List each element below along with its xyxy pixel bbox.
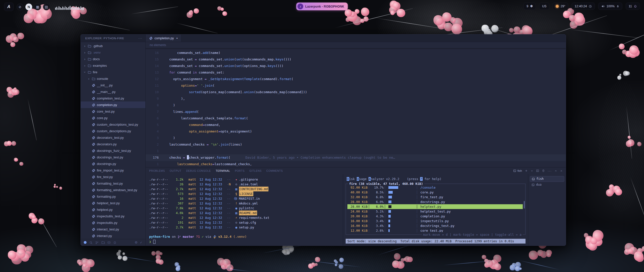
bell-icon	[634, 4, 637, 8]
panel-tab-problems[interactable]: PROBLEMS	[149, 169, 165, 172]
notes-icon[interactable]: ▤	[43, 4, 50, 10]
tree-item-label: docstrings_test.py	[97, 155, 123, 159]
tree-item-init-py[interactable]: __init__.py	[81, 82, 145, 88]
tree-item-docs[interactable]: ›docs	[81, 56, 145, 62]
media-player-pill[interactable]: ♪ Lazerpunk - ROBOPHONK	[296, 3, 348, 10]
dua-row-fire-test-py[interactable]: 32.00 KiB│6.8%││ fire_test.py	[347, 195, 523, 199]
topbar-right-group: 9 ✽ US 29° 12:40:24 100% 11	[524, 3, 640, 10]
keyboard-layout-pill[interactable]: US	[539, 3, 549, 10]
tree-item-custom-descriptions-test-py[interactable]: custom_descriptions_test.py	[81, 121, 145, 128]
tree-item-custom-descriptions-py[interactable]: custom_descriptions.py	[81, 128, 145, 134]
trash-icon[interactable]	[542, 169, 545, 172]
dua-row-helptext-py[interactable]: 28.00 KiB│6.0%││ helptext.py	[347, 204, 523, 209]
dua-row-core-py[interactable]: 40.00 KiB│8.5%││ core.py	[347, 190, 523, 195]
dua-row-docstrings-py[interactable]: 28.00 KiB│6.0%││ docstrings.py	[347, 199, 523, 204]
tree-item-inspectutils-py[interactable]: inspectutils.py	[81, 219, 145, 226]
line-number: 16	[146, 50, 165, 56]
tree-item-docstrings-fuzz-test-py[interactable]: docstrings_fuzz_test.py	[81, 147, 145, 154]
terminal-session-fish[interactable]: fish	[530, 176, 564, 182]
split-icon[interactable]	[536, 169, 539, 172]
chevron-down-icon[interactable]	[531, 169, 533, 172]
braces-icon[interactable]: { }	[108, 241, 110, 244]
volume-pill[interactable]: 100%	[598, 3, 622, 10]
tree-item-main-py[interactable]: __main__.py	[81, 88, 145, 95]
dua-row-inspectutils-py[interactable]: 16.00 KiB│3.4%││ inspectutils.py	[347, 219, 523, 223]
tree-item-formatting-py[interactable]: formatting.py	[81, 193, 145, 200]
notifications-pill[interactable]: 11	[626, 3, 640, 10]
power-slash-icon[interactable]: ⊘	[17, 4, 23, 10]
terminal-pane-dua[interactable]: Disk Usage Analyzer v2.29.2 (press ? for…	[343, 174, 528, 246]
panel-tab-gitlens[interactable]: GITLENS	[249, 169, 262, 172]
tab-completion-py[interactable]: completion.py ●	[146, 35, 181, 42]
tree-item-venv[interactable]: ›.venv	[81, 49, 145, 56]
app-launcher-button[interactable]: A	[4, 3, 14, 11]
tree-item-helptext-py[interactable]: helptext.py	[81, 206, 145, 213]
dua-row-helptext-test-py[interactable]: 24.00 KiB│5.1%││ helptext_test.py	[347, 209, 523, 214]
tree-item-helptext-test-py[interactable]: helptext_test.py	[81, 200, 145, 206]
plus-icon[interactable]	[525, 169, 528, 172]
code-line: 7 lines.append(	[146, 109, 566, 115]
tree-item-completion-py[interactable]: completion.py	[81, 101, 145, 108]
tree-item-github[interactable]: ›.github	[81, 43, 145, 49]
line-number: 4	[146, 128, 165, 135]
terminal-pane-fish[interactable]: .rw-r--r--1.2kmatt12 Aug 12:32--✦.gitign…	[146, 174, 343, 246]
tree-item-label: helptext_test.py	[97, 201, 120, 205]
tree-item-console[interactable]: ›console	[81, 75, 145, 82]
volume-label: 100%	[607, 5, 615, 8]
tree-item-inspectutils-test-py[interactable]: inspectutils_test.py	[81, 213, 145, 219]
search-icon[interactable]	[89, 241, 93, 244]
gear-icon[interactable]: ⚙	[135, 241, 138, 244]
branch-icon[interactable]	[95, 241, 99, 244]
tree-item-formatting-test-py[interactable]: formatting_test.py	[81, 180, 145, 187]
folder-icon	[88, 44, 91, 48]
folder-icon	[88, 50, 91, 54]
tree-item-core-test-py[interactable]: core_test.py	[81, 108, 145, 115]
tree-item-interact-test-py[interactable]: interact_test.py	[81, 226, 145, 232]
tree-item-decorators-py[interactable]: decorators.py	[81, 141, 145, 147]
terminal-session-dua[interactable]: dua	[530, 182, 564, 188]
dua-scrollbar[interactable]	[524, 201, 525, 209]
panel-tab-debug-console[interactable]: DEBUG CONSOLE	[186, 169, 211, 172]
weather-pill[interactable]: 29°	[553, 3, 568, 10]
status-bar: { }⚙✓	[81, 239, 145, 246]
dua-row-docstrings-test-py[interactable]: 16.00 KiB│3.4%││ docstrings_test.py	[347, 223, 523, 228]
chevron-up-icon[interactable]	[554, 169, 557, 172]
terminal-icon	[532, 177, 535, 181]
tree-item-core-py[interactable]: core.py	[81, 115, 145, 121]
tree-item-fire[interactable]: ›fire	[81, 69, 145, 75]
tree-item-fire-import-test-py[interactable]: fire_import_test.py	[81, 167, 145, 174]
tree-item-examples[interactable]: ›examples	[81, 62, 145, 69]
tree-item-docstrings-test-py[interactable]: docstrings_test.py	[81, 154, 145, 160]
ellipsis-icon[interactable]: ···	[548, 169, 552, 173]
panel-tab-comments[interactable]: COMMENTS	[266, 169, 283, 172]
panel-tab-ports[interactable]: PORTS	[235, 169, 245, 172]
close-icon[interactable]	[560, 169, 563, 172]
line-number: 5	[146, 122, 165, 128]
clock-pill[interactable]: 12:40:24	[572, 3, 595, 10]
updates-pill[interactable]: 9 ✽	[524, 3, 536, 10]
panel-tab-output[interactable]: OUTPUT	[170, 169, 181, 172]
check-icon[interactable]: ✓	[140, 241, 142, 244]
folder-icon[interactable]	[101, 241, 105, 244]
tree-item-decorators-test-py[interactable]: decorators_test.py	[81, 134, 145, 141]
tree-item-completion-test-py[interactable]: completion_test.py	[81, 95, 145, 101]
system-graph-widget[interactable]	[53, 3, 86, 11]
file-name: README.md	[239, 211, 257, 215]
panel-tab-terminal[interactable]: TERMINAL	[216, 169, 230, 172]
tree-item-formatting-windows-test-py[interactable]: formatting_windows_test.py	[81, 187, 145, 193]
bell-icon[interactable]	[113, 241, 116, 244]
dua-row-completion-py[interactable]: 20.00 KiB│4.3%││ completion.py	[347, 214, 523, 219]
tree-item-interact-py[interactable]: interact.py	[81, 232, 145, 239]
prompt-char: ❯	[149, 239, 151, 244]
grid-icon[interactable]: ▦	[34, 4, 41, 10]
workspace-widgets: ⊘N▦▤	[17, 4, 50, 10]
file-name: mkdocs.yml	[239, 201, 258, 206]
n-badge-icon[interactable]: N	[25, 4, 32, 10]
remote-icon[interactable]	[84, 241, 87, 244]
explorer-more-icon[interactable]: ···	[138, 36, 142, 40]
tree-item-docstrings-py[interactable]: docstrings.py	[81, 160, 145, 167]
tree-item-fire-test-py[interactable]: fire_test.py	[81, 174, 145, 180]
code-line: 14 commands_set = commands_set.union(set…	[146, 63, 566, 69]
updates-count: 9	[527, 5, 528, 8]
code-editor[interactable]: 17 """16 commands_set.add(name)15 comman…	[146, 48, 566, 167]
